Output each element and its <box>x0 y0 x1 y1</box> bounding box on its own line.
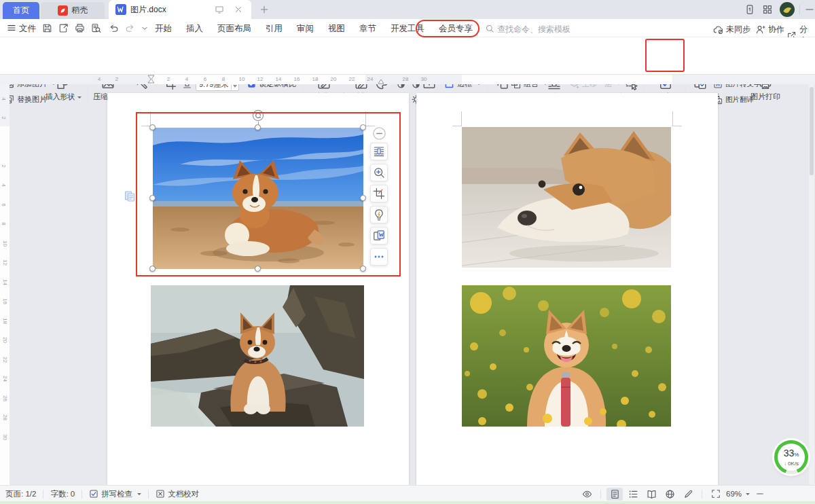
view-ink-button[interactable] <box>680 488 696 501</box>
rotate-handle[interactable] <box>252 109 264 122</box>
menu-review[interactable]: 审阅 <box>297 23 314 35</box>
menu-start[interactable]: 开始 <box>155 23 172 35</box>
resize-handle-e[interactable] <box>360 195 366 201</box>
fullscreen-button[interactable] <box>708 488 724 501</box>
collapse-minus-icon <box>372 126 386 141</box>
tab-home[interactable]: 首页 <box>3 2 39 19</box>
layout-anchor-icon[interactable] <box>124 191 135 202</box>
floating-more-button[interactable] <box>370 248 388 266</box>
document-image-corgi-beach[interactable] <box>153 128 363 269</box>
tab-docer[interactable]: 稻壳 <box>41 2 105 19</box>
cloud-sync-icon <box>713 24 723 35</box>
collaborate-icon <box>755 24 765 35</box>
divider <box>799 5 800 14</box>
floating-toolbar-collapse-button[interactable] <box>372 126 386 141</box>
hamburger-menu-icon[interactable] <box>7 23 16 33</box>
minus-icon <box>755 489 765 499</box>
eye-icon <box>582 489 592 499</box>
view-book-button[interactable] <box>643 488 659 501</box>
view-page-button[interactable] <box>606 488 623 501</box>
right-indent-marker[interactable] <box>378 79 384 84</box>
margin-mark <box>141 111 151 126</box>
view-outline-button[interactable] <box>625 488 641 501</box>
collaborate-button[interactable]: 协作 <box>755 24 784 35</box>
zoom-out-button[interactable] <box>752 488 768 501</box>
wrap-layout-icon <box>373 145 385 158</box>
close-tab-icon[interactable] <box>234 5 243 14</box>
spell-check-button[interactable]: 拼写检查 <box>89 489 141 499</box>
resize-handle-n[interactable] <box>255 124 261 130</box>
monitor-icon[interactable] <box>215 5 224 14</box>
vertical-scrollbar[interactable] <box>809 84 814 485</box>
window-tab-bar: 首页 稻壳 图片.docx <box>0 0 815 19</box>
floating-crop-button[interactable] <box>370 185 388 202</box>
resize-handle-ne[interactable] <box>360 124 366 130</box>
search-icon[interactable] <box>485 24 494 33</box>
status-bar: 页面: 1/2 字数: 0 拼写检查 文档校对 69% <box>0 485 815 501</box>
margin-mark <box>452 111 462 126</box>
collapse-toolbar-icon[interactable] <box>140 24 149 33</box>
resize-handle-sw[interactable] <box>149 266 156 272</box>
menu-developer[interactable]: 开发工具 <box>391 23 424 35</box>
menu-file[interactable]: 文件 <box>19 23 36 35</box>
menu-bar: 文件 开始 插入 页面布局 引用 审阅 视图 章节 开发工具 会员专享 图片工具… <box>0 19 815 37</box>
eye-protection-button[interactable] <box>579 488 595 501</box>
menu-page-layout[interactable]: 页面布局 <box>217 23 251 35</box>
v-ruler: 4224681012141618202224262830 <box>0 84 10 485</box>
ink-pen-icon <box>683 489 693 499</box>
print-preview-icon[interactable] <box>91 23 101 33</box>
more-dots-icon <box>373 251 385 263</box>
floating-picture-to-doc-button[interactable] <box>370 227 388 245</box>
menu-view[interactable]: 视图 <box>328 23 345 35</box>
outline-view-icon <box>628 489 638 499</box>
avatar[interactable] <box>780 2 795 17</box>
book-view-icon <box>647 489 657 499</box>
search-input[interactable]: 查找命令、搜索模板 <box>497 24 570 35</box>
floating-wrap-layout-button[interactable] <box>370 143 388 160</box>
proofread-icon <box>156 489 165 499</box>
resize-handle-nw[interactable] <box>149 124 156 130</box>
proofread-button[interactable]: 文档校对 <box>156 489 199 499</box>
bottom-accent-strip <box>0 501 815 504</box>
download-progress-badge[interactable]: 33% ↓ 0K/s <box>774 440 808 474</box>
resize-handle-w[interactable] <box>149 195 156 201</box>
document-image-corgi-floor[interactable] <box>462 127 671 268</box>
indent-marker[interactable] <box>147 75 155 84</box>
redo-icon[interactable] <box>125 23 135 33</box>
save-icon[interactable] <box>42 23 52 33</box>
document-image-corgi-flowers[interactable] <box>462 285 671 427</box>
h-ruler: 42246810121416182022242830 <box>0 75 815 84</box>
document-image-corgi-rocks[interactable] <box>151 285 364 427</box>
wps-writer-icon <box>115 4 126 15</box>
fullscreen-icon <box>711 489 721 499</box>
minimize-window-icon[interactable] <box>804 4 815 15</box>
menu-insert[interactable]: 插入 <box>186 23 203 35</box>
floating-beautify-button[interactable] <box>370 206 388 223</box>
zoom-in-icon <box>373 166 385 179</box>
spell-check-icon <box>89 489 98 499</box>
export-icon[interactable] <box>58 23 69 33</box>
page-indicator: 页面: 1/2 <box>5 489 36 499</box>
undo-icon[interactable] <box>109 23 119 33</box>
floating-zoom-preview-button[interactable] <box>370 164 388 181</box>
docer-logo-icon <box>58 5 68 16</box>
view-web-button[interactable] <box>662 488 678 501</box>
menu-section[interactable]: 章节 <box>359 23 376 35</box>
menu-member[interactable]: 会员专享 <box>439 23 473 35</box>
print-icon[interactable] <box>75 23 85 33</box>
margin-mark <box>672 111 682 126</box>
resize-handle-se[interactable] <box>360 266 366 272</box>
apps-grid-icon[interactable] <box>762 4 773 15</box>
sync-status[interactable]: 未同步 <box>713 24 750 35</box>
menu-references[interactable]: 引用 <box>266 23 283 35</box>
resize-handle-s[interactable] <box>255 266 261 272</box>
tab-document[interactable]: 图片.docx <box>109 0 251 19</box>
new-tab-icon[interactable] <box>259 5 269 14</box>
picture-to-doc-icon <box>373 230 385 242</box>
mobile-view-icon[interactable] <box>744 4 755 15</box>
menu-items: 开始 插入 页面布局 引用 审阅 视图 章节 开发工具 会员专享 <box>155 23 473 35</box>
rotate-handle-icon <box>252 109 264 122</box>
zoom-level[interactable]: 69% <box>726 490 742 498</box>
download-arrow-icon: ↓ <box>784 461 786 467</box>
scrollbar-thumb[interactable] <box>810 87 814 175</box>
